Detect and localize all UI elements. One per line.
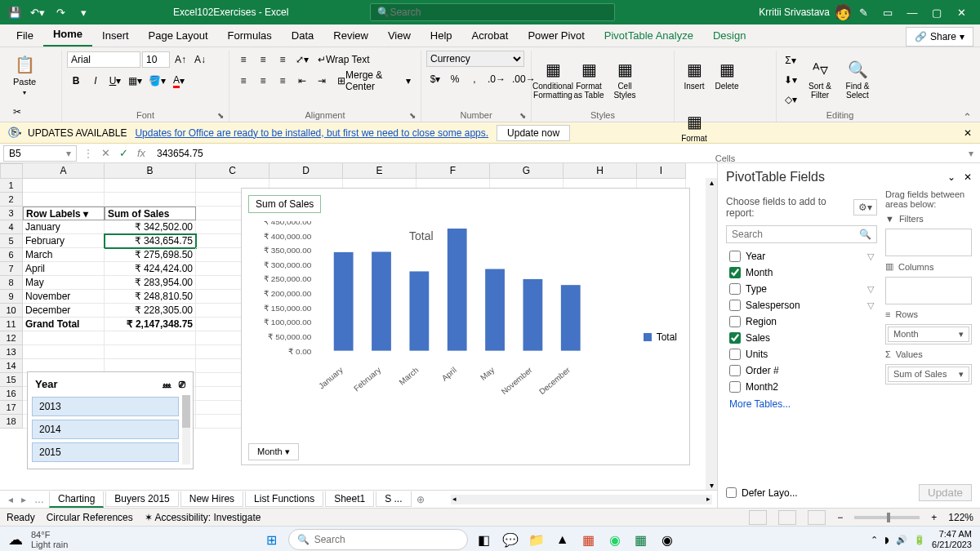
rows-zone-item[interactable]: Month▾	[888, 327, 969, 342]
field-item-region[interactable]: Region	[726, 313, 877, 330]
search-bar[interactable]: 🔍	[370, 3, 615, 21]
number-format-select[interactable]: Currency	[426, 51, 524, 67]
sheet-tab-listfunctions[interactable]: List Functions	[245, 491, 323, 507]
powerpoint-icon[interactable]: ▦	[579, 530, 599, 549]
alignment-launcher[interactable]: ⬊	[409, 111, 416, 120]
sheet-tab-buyers[interactable]: Buyers 2015	[105, 491, 178, 507]
avatar[interactable]: 🧑	[835, 4, 851, 20]
sheet-tab-charting[interactable]: Charting	[49, 491, 104, 508]
cell-styles-button[interactable]: ▦Cell Styles	[608, 56, 641, 104]
zoom-out-icon[interactable]: −	[837, 512, 843, 523]
tab-help[interactable]: Help	[421, 24, 462, 47]
chrome-icon[interactable]: ◉	[657, 530, 677, 549]
field-item-type[interactable]: Type▽	[726, 281, 877, 297]
tab-power-pivot[interactable]: Power Pivot	[518, 24, 594, 47]
find-select-button[interactable]: 🔍Find & Select	[840, 56, 875, 104]
slicer-item-2014[interactable]: 2014	[32, 420, 179, 439]
cell-B13[interactable]	[105, 345, 196, 359]
italic-button[interactable]: I	[87, 72, 105, 90]
update-now-button[interactable]: Update now	[497, 125, 570, 141]
orientation-icon[interactable]: ⤢▾	[293, 51, 311, 69]
percent-icon[interactable]: %	[446, 70, 464, 88]
slicer-scrollbar[interactable]	[182, 395, 190, 464]
align-bottom-icon[interactable]: ≡	[274, 51, 292, 69]
formula-input[interactable]	[150, 148, 962, 159]
cell-B9[interactable]: ₹ 248,810.50	[105, 290, 196, 304]
cell-B7[interactable]: ₹ 424,424.00	[105, 262, 196, 276]
task-view-icon[interactable]: ◧	[474, 530, 494, 549]
autosum-icon[interactable]: Σ▾	[782, 51, 800, 69]
whatsapp-icon[interactable]: ◉	[605, 530, 625, 549]
columns-zone[interactable]	[885, 277, 972, 304]
cell-B5[interactable]: ₹ 343,654.75	[105, 234, 196, 248]
name-box[interactable]: B5▾	[3, 145, 77, 162]
month-field-button[interactable]: Month ▾	[248, 443, 299, 460]
save-icon[interactable]: 💾	[7, 4, 23, 20]
cell-B3[interactable]: Sum of Sales	[105, 207, 196, 220]
cell-A7[interactable]: April	[23, 262, 105, 276]
tab-data[interactable]: Data	[282, 24, 323, 47]
clear-icon[interactable]: ◇▾	[782, 91, 800, 109]
sheet-tab-newhires[interactable]: New Hires	[180, 491, 243, 507]
new-sheet-button[interactable]: ⊕	[413, 494, 428, 505]
volume-icon[interactable]: 🔊	[896, 535, 907, 545]
cell-A5[interactable]: February	[23, 234, 105, 248]
cell-A1[interactable]	[23, 179, 105, 193]
wrap-text-button[interactable]: ↵ Wrap Text	[313, 51, 375, 69]
cell-B12[interactable]	[105, 331, 196, 345]
tab-formulas[interactable]: Formulas	[218, 24, 282, 47]
font-size-select[interactable]	[142, 51, 170, 68]
close-button[interactable]: ✕	[949, 0, 973, 24]
zoom-in-icon[interactable]: +	[931, 512, 937, 523]
cell-B2[interactable]	[105, 193, 196, 207]
field-item-month2[interactable]: Month2	[726, 379, 877, 395]
tab-insert[interactable]: Insert	[92, 24, 139, 47]
sheet-tab-sheet1[interactable]: Sheet1	[325, 491, 374, 507]
filters-zone[interactable]	[885, 229, 972, 256]
rows-zone[interactable]: Month▾	[885, 324, 972, 344]
defer-layout-checkbox[interactable]	[726, 487, 737, 498]
cell-B1[interactable]	[105, 179, 196, 193]
updates-close-icon[interactable]: ✕	[964, 127, 972, 139]
field-item-year[interactable]: Year▽	[726, 248, 877, 264]
cell-A4[interactable]: January	[23, 220, 105, 234]
filter-icon[interactable]: ▽	[867, 251, 874, 262]
page-break-view-icon[interactable]	[808, 510, 826, 525]
tab-review[interactable]: Review	[323, 24, 378, 47]
tab-pivottable-analyze[interactable]: PivotTable Analyze	[595, 24, 703, 47]
cell-A11[interactable]: Grand Total	[23, 318, 105, 331]
normal-view-icon[interactable]	[749, 510, 767, 525]
merge-center-button[interactable]: ⊞ Merge & Center ▾	[332, 72, 416, 90]
draw-icon[interactable]: ✎	[851, 0, 875, 24]
wifi-icon[interactable]: ◗	[884, 535, 889, 545]
underline-button[interactable]: U▾	[106, 72, 124, 90]
chat-icon[interactable]: 💬	[501, 530, 520, 549]
field-item-month[interactable]: Month	[726, 264, 877, 281]
cell-A3[interactable]: Row Labels ▾	[23, 207, 105, 220]
fields-search[interactable]: 🔍	[726, 225, 877, 243]
conditional-formatting-button[interactable]: ▦Conditional Formatting	[537, 56, 569, 104]
updates-message[interactable]: Updates for Office are ready to be insta…	[135, 127, 488, 139]
sheet-nav-more[interactable]: …	[31, 494, 47, 505]
cell-A9[interactable]: November	[23, 290, 105, 304]
comma-icon[interactable]: ,	[466, 70, 483, 88]
paste-button[interactable]: 📋Paste▾	[8, 51, 41, 100]
year-slicer[interactable]: Year ⅏⎚ 2013 2014 2015	[27, 371, 194, 469]
taskbar-search[interactable]: 🔍	[288, 529, 468, 550]
fx-icon[interactable]: fx	[132, 144, 150, 162]
pane-collapse-icon[interactable]: ⌄	[947, 171, 956, 183]
number-launcher[interactable]: ⬊	[519, 111, 526, 120]
tab-design[interactable]: Design	[703, 24, 755, 47]
filter-icon[interactable]: ▽	[867, 300, 874, 311]
slicer-item-2015[interactable]: 2015	[32, 442, 179, 462]
fill-color-button[interactable]: 🪣▾	[146, 72, 168, 90]
clear-filter-icon[interactable]: ⎚	[179, 378, 185, 390]
update-button[interactable]: Update	[919, 484, 972, 501]
search-input[interactable]	[390, 7, 608, 18]
page-layout-view-icon[interactable]	[778, 510, 796, 525]
collapse-ribbon-icon[interactable]: ⌃	[960, 108, 975, 127]
sort-filter-button[interactable]: ᴬ▿Sort & Filter	[803, 56, 837, 104]
tab-acrobat[interactable]: Acrobat	[462, 24, 519, 47]
tab-file[interactable]: File	[7, 24, 43, 47]
zoom-slider[interactable]	[854, 516, 920, 519]
